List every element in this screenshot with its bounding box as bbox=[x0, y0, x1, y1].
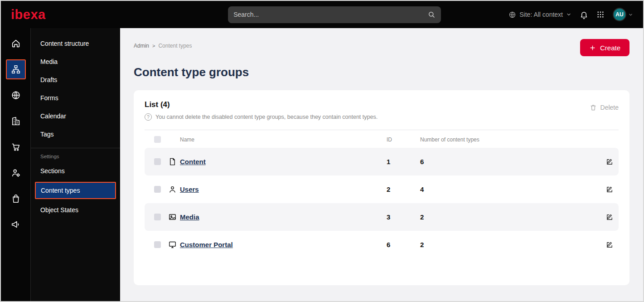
group-count: 2 bbox=[420, 213, 600, 221]
edit-icon[interactable] bbox=[600, 158, 619, 166]
list-title: List (4) bbox=[145, 100, 378, 109]
app-window: ibexa Site: All context bbox=[0, 0, 644, 302]
plus-icon bbox=[589, 44, 596, 51]
menu-item-media[interactable]: Media bbox=[31, 53, 120, 71]
search-input[interactable] bbox=[233, 11, 427, 18]
table-row-content: Content 1 6 bbox=[145, 148, 619, 175]
delete-button[interactable]: Delete bbox=[590, 104, 619, 111]
create-button[interactable]: Create bbox=[580, 39, 629, 56]
breadcrumb-current: Content types bbox=[158, 43, 192, 49]
ibexa-logo: ibexa bbox=[11, 7, 102, 22]
menu-item-object-states[interactable]: Object States bbox=[31, 201, 120, 219]
page-title: Content type groups bbox=[134, 65, 629, 79]
table-row-users: Users 2 4 bbox=[145, 175, 619, 203]
notifications-bell-icon[interactable] bbox=[580, 10, 588, 19]
chevron-down-icon bbox=[628, 12, 633, 17]
content-menu: Content structure Media Drafts Forms Cal… bbox=[30, 28, 120, 301]
edit-icon[interactable] bbox=[600, 241, 619, 249]
group-id: 1 bbox=[387, 158, 420, 166]
main-nav-rail bbox=[1, 28, 30, 301]
edit-icon[interactable] bbox=[600, 213, 619, 221]
menu-item-drafts[interactable]: Drafts bbox=[31, 71, 120, 89]
rail-item-admin[interactable] bbox=[6, 163, 26, 183]
rail-item-dashboard[interactable] bbox=[6, 34, 26, 54]
topbar-right: Site: All context AU bbox=[508, 8, 633, 21]
site-globe-icon bbox=[11, 90, 21, 100]
rail-item-content[interactable] bbox=[6, 59, 26, 79]
global-search[interactable] bbox=[228, 6, 441, 23]
delete-button-label: Delete bbox=[600, 104, 619, 111]
content-type-groups-card: List (4) ? You cannot delete the disable… bbox=[134, 90, 629, 285]
commerce-cart-icon bbox=[11, 142, 21, 152]
row-checkbox[interactable] bbox=[154, 214, 161, 220]
column-id: ID bbox=[387, 136, 420, 143]
home-icon bbox=[11, 39, 21, 49]
row-checkbox[interactable] bbox=[154, 186, 161, 193]
group-count: 6 bbox=[420, 158, 600, 166]
list-info: ? You cannot delete the disabled content… bbox=[145, 113, 378, 121]
menu-item-forms[interactable]: Forms bbox=[31, 89, 120, 107]
search-icon[interactable] bbox=[427, 10, 436, 19]
apps-grid-icon[interactable] bbox=[596, 10, 605, 19]
group-id: 3 bbox=[387, 213, 420, 221]
row-checkbox[interactable] bbox=[154, 241, 161, 248]
table-header: Name ID Number of content types bbox=[145, 130, 619, 148]
menu-item-content-types[interactable]: Content types bbox=[35, 182, 116, 199]
group-id: 6 bbox=[387, 241, 420, 248]
rail-item-site[interactable] bbox=[6, 85, 26, 105]
group-link[interactable]: Media bbox=[180, 213, 199, 221]
help-question-icon: ? bbox=[145, 113, 152, 121]
column-name: Name bbox=[180, 136, 387, 143]
rail-item-commerce[interactable] bbox=[6, 137, 26, 157]
user-menu[interactable]: AU bbox=[613, 8, 633, 21]
menu-item-tags[interactable]: Tags bbox=[31, 125, 120, 143]
menu-item-content-structure[interactable]: Content structure bbox=[31, 34, 120, 53]
table-row-media: Media 3 2 bbox=[145, 203, 619, 231]
content-structure-icon bbox=[11, 64, 21, 74]
create-button-label: Create bbox=[600, 44, 620, 52]
table-row-customer-portal: Customer Portal 6 2 bbox=[145, 231, 619, 258]
breadcrumb-separator: > bbox=[152, 43, 155, 49]
user-avatar[interactable]: AU bbox=[613, 8, 626, 21]
group-count: 2 bbox=[420, 241, 600, 248]
product-catalog-icon bbox=[11, 194, 21, 204]
menu-item-sections[interactable]: Sections bbox=[31, 162, 120, 180]
group-link[interactable]: Content bbox=[180, 158, 206, 166]
select-all-checkbox[interactable] bbox=[154, 136, 161, 143]
globe-icon bbox=[508, 11, 516, 19]
group-count: 4 bbox=[420, 185, 600, 193]
group-link[interactable]: Customer Portal bbox=[180, 241, 233, 248]
trash-icon bbox=[590, 104, 597, 111]
content-file-icon bbox=[165, 157, 180, 166]
marketing-megaphone-icon bbox=[11, 219, 21, 229]
edit-icon[interactable] bbox=[600, 185, 619, 194]
rail-item-product-catalog[interactable] bbox=[6, 189, 26, 209]
admin-user-settings-icon bbox=[11, 168, 21, 178]
breadcrumb-admin[interactable]: Admin bbox=[134, 43, 149, 49]
customer-portal-icon bbox=[165, 240, 180, 249]
row-checkbox[interactable] bbox=[154, 158, 161, 165]
company-building-icon bbox=[11, 116, 21, 126]
menu-item-calendar[interactable]: Calendar bbox=[31, 107, 120, 125]
content-type-groups-table: Name ID Number of content types Content … bbox=[145, 130, 619, 258]
list-info-text: You cannot delete the disabled content t… bbox=[155, 114, 378, 120]
group-link[interactable]: Users bbox=[180, 185, 199, 193]
group-id: 2 bbox=[387, 185, 420, 193]
chevron-down-icon bbox=[566, 12, 571, 17]
column-count: Number of content types bbox=[420, 136, 600, 143]
menu-section-settings: Settings bbox=[31, 150, 120, 162]
site-context-label: Site: All context bbox=[519, 11, 563, 18]
site-context-selector[interactable]: Site: All context bbox=[508, 11, 571, 19]
rail-item-company[interactable] bbox=[6, 111, 26, 131]
menu-divider bbox=[31, 148, 120, 148]
users-person-icon bbox=[165, 185, 180, 194]
rail-item-marketing[interactable] bbox=[6, 214, 26, 234]
search-zone bbox=[102, 6, 508, 23]
main-content: Admin > Content types Create Content typ… bbox=[120, 28, 643, 301]
breadcrumb: Admin > Content types bbox=[134, 43, 192, 49]
media-image-icon bbox=[165, 213, 180, 221]
top-bar: ibexa Site: All context bbox=[1, 1, 643, 28]
